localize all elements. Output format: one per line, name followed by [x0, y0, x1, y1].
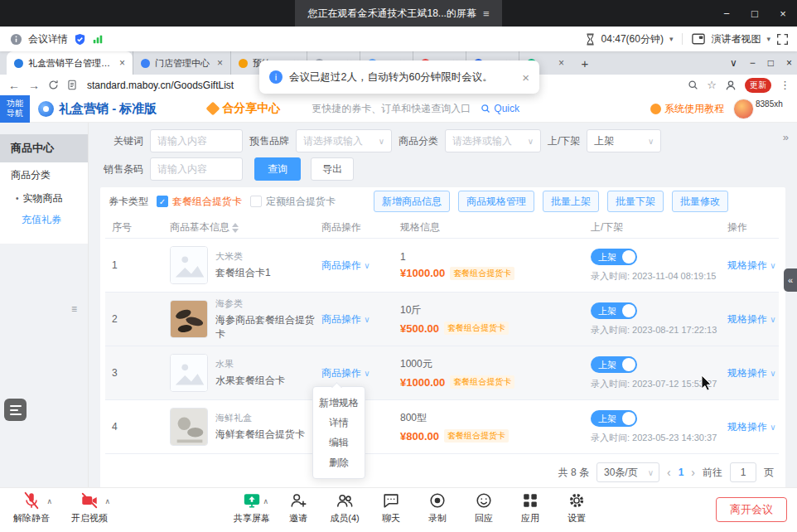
- menu-item-edit[interactable]: 编辑: [313, 433, 365, 452]
- shelf-toggle[interactable]: 上架: [591, 302, 637, 319]
- url-text[interactable]: standard.maboy.cn/GoodsGiftList: [87, 80, 234, 91]
- browser-close-icon[interactable]: ×: [786, 57, 792, 69]
- checkbox-unchecked-icon[interactable]: [250, 196, 262, 207]
- category-label: 商品分类: [398, 134, 438, 148]
- react-button[interactable]: 回应: [465, 491, 503, 525]
- product-operation-link[interactable]: 商品操作 ∨: [321, 367, 370, 379]
- function-nav-button[interactable]: 功能 导航: [0, 95, 30, 123]
- quick-search-link[interactable]: Quick: [481, 103, 519, 114]
- browser-minimize-icon[interactable]: −: [750, 57, 756, 69]
- product-info: 海鲜礼盒 海鲜套餐组合提货卡: [163, 408, 315, 446]
- record-button[interactable]: 录制: [418, 491, 456, 525]
- browser-update-badge[interactable]: 更新: [745, 78, 771, 93]
- menu-item-delete[interactable]: 删除: [313, 452, 365, 472]
- barcode-input[interactable]: [150, 157, 243, 181]
- share-center-link[interactable]: 合分享中心: [208, 101, 280, 116]
- spec-manage-button[interactable]: 商品规格管理: [458, 191, 534, 212]
- sidebar-collapse-icon[interactable]: ≡: [71, 303, 77, 315]
- tab-close-icon[interactable]: ×: [217, 57, 223, 69]
- sidebar-item-physical-goods[interactable]: • 实物商品: [0, 187, 88, 209]
- info-icon[interactable]: [10, 33, 22, 46]
- batch-offshelf-button[interactable]: 批量下架: [607, 191, 664, 212]
- caret-up-icon[interactable]: ∧: [46, 497, 52, 505]
- share-screen-button[interactable]: 共享屏幕 ∧: [233, 491, 271, 525]
- refresh-icon[interactable]: [48, 80, 59, 90]
- tab-close-icon[interactable]: ×: [119, 57, 125, 69]
- user-avatar[interactable]: [733, 99, 754, 119]
- tutorial-link[interactable]: 系统使用教程: [650, 102, 724, 116]
- apps-button[interactable]: 应用: [511, 491, 549, 525]
- category-select[interactable]: 请选择或输入 ∨: [445, 129, 541, 152]
- search-button[interactable]: 查询: [254, 157, 301, 181]
- batch-edit-button[interactable]: 批量修改: [672, 191, 728, 212]
- back-icon[interactable]: ←: [8, 79, 20, 92]
- brand-select[interactable]: 请选择或输入 ∨: [296, 129, 392, 152]
- shelf-toggle[interactable]: 上架: [591, 356, 637, 373]
- tab-close-icon[interactable]: ×: [558, 57, 564, 69]
- notification-close-icon[interactable]: ×: [522, 70, 529, 85]
- view-mode-label[interactable]: 演讲者视图: [711, 32, 761, 46]
- network-signal-icon[interactable]: [92, 33, 104, 45]
- profile-icon[interactable]: [725, 80, 737, 91]
- meeting-details-label[interactable]: 会议详情: [28, 32, 68, 46]
- spec-operation-link[interactable]: 规格操作 ∨: [727, 421, 776, 433]
- page-size-select[interactable]: 30条/页 ∨: [597, 462, 659, 482]
- menu-item-add-spec[interactable]: 新增规格: [313, 393, 365, 413]
- caret-up-icon[interactable]: ∧: [104, 497, 110, 505]
- checkbox-group-2[interactable]: 定额组合提货卡: [250, 195, 336, 209]
- browser-menu-icon[interactable]: ⋮: [780, 79, 790, 91]
- batch-onshelf-button[interactable]: 批量上架: [543, 191, 599, 212]
- prev-page-icon[interactable]: ‹: [667, 466, 671, 479]
- close-icon[interactable]: ×: [769, 0, 797, 27]
- sidebar-section-product-center[interactable]: 商品中心: [0, 134, 88, 162]
- menu-item-detail[interactable]: 详情: [313, 413, 365, 433]
- product-operation-link[interactable]: 商品操作 ∨: [321, 259, 370, 271]
- chat-button[interactable]: 聊天: [372, 491, 410, 525]
- sidebar-item-categories[interactable]: 商品分类: [0, 162, 88, 187]
- members-button[interactable]: 成员(4): [326, 491, 364, 525]
- add-product-button[interactable]: 新增商品信息: [374, 191, 450, 212]
- shelf-select[interactable]: 上架 ∨: [587, 129, 661, 152]
- minimize-icon[interactable]: −: [712, 0, 741, 27]
- browser-maximize-icon[interactable]: □: [768, 57, 774, 69]
- spec-operation-link[interactable]: 规格操作 ∨: [727, 259, 776, 271]
- share-menu-icon[interactable]: ≡: [483, 7, 490, 20]
- duration-caret-icon[interactable]: ▾: [669, 35, 674, 43]
- browser-tab[interactable]: 门店管理中心 ×: [133, 51, 230, 75]
- keyword-input[interactable]: [150, 129, 243, 152]
- unmute-button[interactable]: 解除静音 ∧: [8, 491, 55, 525]
- product-operation-link[interactable]: 商品操作 ∨: [321, 313, 370, 325]
- filter-collapse-icon[interactable]: »: [783, 131, 789, 143]
- browser-tab[interactable]: 礼盒营销平台管理中心 ×: [7, 51, 133, 75]
- next-page-icon[interactable]: ›: [691, 466, 695, 479]
- sort-icon[interactable]: [232, 223, 239, 233]
- export-button[interactable]: 导出: [311, 157, 354, 181]
- invite-button[interactable]: 邀请: [279, 491, 317, 525]
- leave-meeting-button[interactable]: 离开会议: [716, 497, 787, 522]
- barcode-label: 销售条码: [100, 162, 143, 177]
- new-tab-icon[interactable]: +: [575, 53, 595, 73]
- spec-operation-link[interactable]: 规格操作 ∨: [727, 367, 776, 379]
- panel-collapse-handle[interactable]: «: [784, 268, 797, 292]
- maximize-icon[interactable]: □: [741, 0, 769, 27]
- current-page[interactable]: 1: [679, 467, 684, 478]
- forward-icon[interactable]: →: [28, 79, 40, 92]
- caret-up-icon[interactable]: ∧: [263, 497, 268, 505]
- settings-button[interactable]: 设置: [558, 491, 596, 525]
- checkbox-group-1[interactable]: ✓ 套餐组合提货卡: [157, 195, 242, 209]
- tab-list-caret-icon[interactable]: ∨: [730, 57, 737, 69]
- goto-page-input[interactable]: [730, 462, 756, 482]
- search-icon[interactable]: [688, 80, 698, 90]
- floating-list-widget[interactable]: [4, 399, 27, 421]
- checkbox-checked-icon[interactable]: ✓: [157, 196, 168, 207]
- bookmark-star-icon[interactable]: ☆: [707, 79, 717, 91]
- sidebar-item-gift-voucher[interactable]: 充值礼券: [0, 209, 88, 230]
- shelf-toggle[interactable]: 上架: [591, 410, 637, 427]
- username[interactable]: 8385xh: [756, 99, 789, 109]
- start-video-button[interactable]: 开启视频 ∧: [66, 491, 113, 525]
- security-shield-icon[interactable]: [74, 33, 86, 46]
- spec-operation-link[interactable]: 规格操作 ∨: [727, 313, 776, 325]
- fullscreen-icon[interactable]: [776, 33, 789, 46]
- view-mode-caret-icon[interactable]: ▾: [766, 35, 770, 43]
- shelf-toggle[interactable]: 上架: [591, 249, 637, 265]
